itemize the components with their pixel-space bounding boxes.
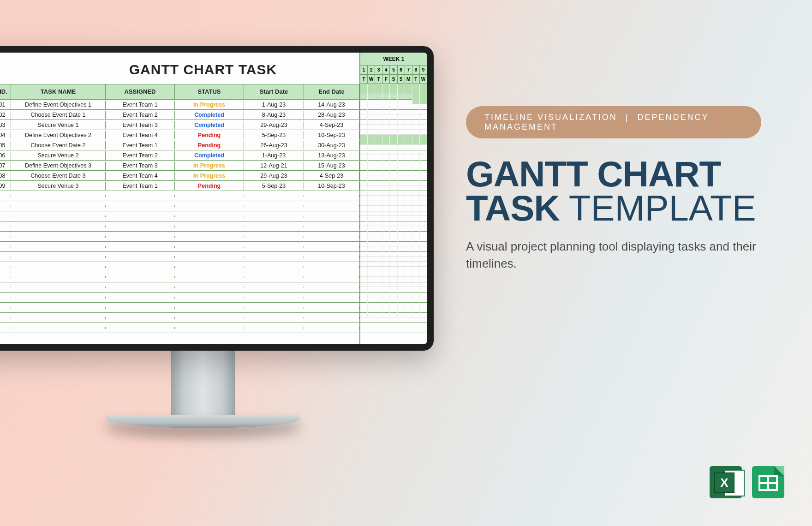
gantt-cell [368, 287, 375, 297]
gantt-cell [412, 135, 420, 144]
cell-name: Define Event Objectives 3 [11, 161, 106, 170]
gantt-day-name: W [368, 75, 375, 84]
gantt-day-number: 7 [405, 66, 412, 74]
gantt-cell [368, 206, 375, 215]
gantt-cell [375, 297, 382, 307]
gantt-row [360, 277, 427, 287]
gantt-cell [420, 125, 427, 134]
monitor-neck [171, 351, 235, 415]
gantt-cell [375, 287, 382, 297]
title-thin: TEMPLATE [560, 188, 756, 228]
gantt-day-name: T [412, 75, 420, 84]
gantt-row [360, 236, 427, 246]
gantt-cell [375, 257, 382, 266]
gantt-cell [420, 297, 427, 307]
gantt-cell [398, 84, 405, 94]
cell-end-date: 4-Sep-23 [304, 121, 359, 129]
gantt-cell [390, 104, 397, 114]
cell-assigned: Event Team 2 [106, 151, 175, 160]
gantt-cell [360, 135, 368, 144]
gantt-cell [420, 165, 427, 175]
gantt-cell [375, 196, 382, 205]
gantt-cell [360, 257, 368, 266]
gantt-cell [412, 125, 420, 134]
gantt-cell [375, 216, 382, 226]
gantt-cell [420, 94, 427, 104]
gantt-row [360, 287, 427, 297]
gantt-cell [382, 165, 390, 175]
gantt-day-number: 6 [398, 66, 405, 74]
cell-end-date: 15-Aug-23 [304, 161, 359, 170]
gantt-cell [420, 84, 427, 94]
gantt-cell [398, 307, 405, 317]
gantt-cell [382, 104, 390, 114]
sheets-grid-icon [758, 475, 778, 491]
gantt-cell [405, 135, 412, 144]
cell-id: 00-0007 [0, 161, 11, 170]
gantt-cell [405, 297, 412, 307]
gantt-cell [382, 125, 390, 134]
cell-start-date: 26-Aug-23 [244, 141, 304, 149]
gantt-cell [412, 145, 420, 155]
gantt-cell [405, 257, 412, 266]
cell-assigned: Event Team 1 [106, 141, 175, 149]
cell-status: In Progress [175, 161, 244, 170]
gantt-row [360, 104, 427, 114]
gantt-cell [405, 206, 412, 215]
cell-start-date: 5-Sep-23 [244, 131, 304, 139]
excel-icon[interactable] [710, 466, 742, 498]
gantt-cell [375, 267, 382, 276]
cell-id: 00-0001 [0, 101, 11, 109]
col-header-status: STATUS [175, 84, 244, 99]
gantt-cell [412, 165, 420, 175]
gantt-cell [420, 114, 427, 124]
gantt-cell [412, 94, 420, 104]
cell-name: Choose Event Date 1 [11, 111, 106, 119]
gantt-day-number: 9 [420, 66, 427, 74]
cell-status: Pending [175, 141, 244, 149]
gantt-cell [382, 277, 390, 287]
gantt-cell [390, 114, 397, 124]
gantt-cell [390, 196, 397, 205]
cell-end-date: 30-Aug-23 [304, 141, 359, 149]
gantt-cell [360, 246, 368, 256]
gantt-cell [398, 104, 405, 114]
gantt-row [360, 155, 427, 165]
gantt-day-numbers: 123456789 [360, 66, 427, 75]
gantt-cell [405, 104, 412, 114]
gantt-cell [390, 297, 397, 307]
gantt-row [360, 307, 427, 317]
gantt-day-number: 4 [382, 66, 390, 74]
gantt-cell [398, 155, 405, 165]
gantt-cell [368, 307, 375, 317]
gantt-cell [375, 114, 382, 124]
gantt-cell [405, 175, 412, 185]
cell-name: Define Event Objectives 1 [11, 101, 106, 109]
gantt-cell [360, 165, 368, 175]
gantt-cell [390, 185, 397, 195]
gantt-cell [382, 307, 390, 317]
gantt-cell [382, 114, 390, 124]
gantt-cell [420, 287, 427, 297]
cell-status: Completed [175, 151, 244, 160]
cell-id: 00-0008 [0, 172, 11, 180]
gantt-cell [405, 216, 412, 226]
gantt-cell [375, 135, 382, 144]
gantt-row [360, 165, 427, 175]
gantt-cell [368, 135, 375, 144]
gantt-cell [375, 94, 382, 104]
cell-status: In Progress [175, 172, 244, 180]
gantt-cell [412, 196, 420, 205]
gantt-row [360, 84, 427, 94]
gantt-cell [398, 287, 405, 297]
badge-left: TIMELINE VISUALIZATION [484, 113, 617, 122]
google-sheets-icon[interactable] [752, 466, 784, 498]
gantt-row [360, 114, 427, 125]
gantt-cell [420, 104, 427, 114]
cell-assigned: Event Team 4 [106, 131, 175, 139]
gantt-cell [412, 216, 420, 226]
gantt-cell [390, 246, 397, 256]
gantt-cell [405, 94, 412, 104]
gantt-cell [405, 196, 412, 205]
cell-id: 00-0002 [0, 111, 11, 119]
